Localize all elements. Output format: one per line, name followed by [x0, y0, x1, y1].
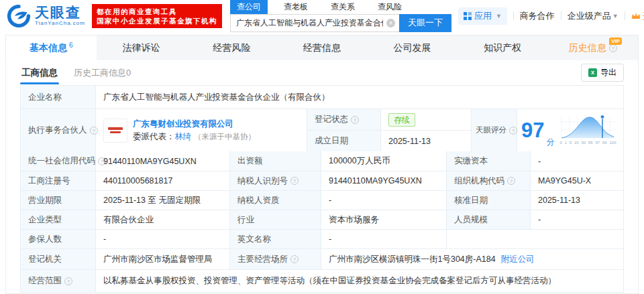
brand-domain: TianYanCha.com [35, 20, 85, 26]
info-icon[interactable]: ? [64, 277, 72, 285]
info-icon[interactable]: ? [351, 116, 359, 124]
field-label: 企业类型 [21, 210, 96, 229]
nearby-companies-link[interactable]: 附近公司 [501, 254, 535, 265]
field-label: 纳税人识别号? [230, 171, 321, 190]
search-tab-boss[interactable]: 查老板 [277, 0, 315, 14]
partner-status-score-row: 执行事务合伙人? 广东粤财创业投资有限公司 委派代表：林绮 （来源于中基协） 登… [21, 108, 623, 151]
contribution-value: 100000万人民币 [321, 151, 447, 171]
business-scope-value: 以私募基金从事股权投资、投资管理、资产管理等活动（须在中国证券投资基金业协会完成… [96, 270, 623, 292]
excel-icon: x [588, 68, 597, 77]
top-right-nav: 应用▼ 商务合作 企业级产品▼ 开通会员▼ 超级风...▼ [458, 7, 644, 25]
score-distribution-chart: 01 515 5085 9799 100 [559, 114, 616, 147]
info-icon[interactable]: ? [290, 177, 299, 185]
apps-grid-icon [464, 12, 472, 20]
reg-number-value: 440110005681817 [96, 171, 230, 190]
field-label: 主要经营场所? [230, 249, 321, 269]
score-unit: 分 [546, 137, 554, 148]
nav-enterprise-products[interactable]: 企业级产品▼ [568, 10, 619, 22]
field-label: 企业名称 [21, 86, 96, 108]
staff-size-value: - [531, 210, 623, 229]
field-label: 实缴资本 [447, 151, 531, 171]
search-tab-risk[interactable]: 查风险 [371, 0, 409, 14]
approval-date-value: 2025-11-13 [531, 191, 623, 210]
company-section-tabs: 基本信息6 法律诉讼 经营风险 经营信息 公司发展 知识产权 历史信息 VIP … [5, 35, 639, 60]
tianyan-score-cell[interactable]: 97 分 [517, 109, 623, 151]
vip-badge: VIP [609, 38, 622, 45]
chevron-down-icon: ▼ [496, 13, 502, 19]
chevron-down-icon: ▼ [612, 13, 619, 19]
company-type-value: 有限合伙企业 [96, 210, 230, 229]
field-label: 执行事务合伙人? [21, 109, 96, 151]
field-label: 登记机关 [21, 249, 96, 269]
score-chart-ticks: 01 515 5085 9799 100 [559, 141, 616, 145]
business-site-value: 广州市南沙区横沥镇明珠一街1号304房-A184 [329, 254, 496, 265]
info-icon[interactable]: ? [507, 177, 515, 185]
partner-logo [103, 119, 127, 143]
industry-value: 资本市场服务 [321, 210, 447, 229]
status-badge: 存续 [388, 113, 415, 127]
field-label: 参保人数 [21, 230, 96, 248]
field-label: 统一社会信用代码? [21, 151, 96, 171]
field-label: 人员规模 [447, 210, 531, 229]
subtab-history-registration-info[interactable]: 历史工商信息0 [74, 67, 131, 79]
tianyancha-eye-icon [7, 4, 31, 28]
executive-partner-cell: 广东粤财创业投资有限公司 委派代表：林绮 （来源于中基协） [96, 109, 307, 151]
field-label: 工商注册号 [21, 171, 96, 190]
info-icon[interactable]: ? [290, 255, 299, 263]
tianyancha-logo[interactable]: 天眼查 TianYanCha.com [7, 4, 85, 28]
registry-value: 广州市南沙区市场监督管理局 [96, 249, 230, 269]
field-label: 登记状态? [307, 109, 381, 130]
tab-legal-litigation[interactable]: 法律诉讼 [97, 35, 187, 60]
nav-business-cooperation[interactable]: 商务合作 [520, 10, 555, 22]
field-label: 行业 [230, 210, 321, 229]
search-tab-company[interactable]: 查公司 [230, 0, 268, 14]
subtab-row: 工商信息 历史工商信息0 x 导出 [20, 60, 624, 85]
info-icon[interactable]: ? [609, 44, 617, 52]
brand-name: 天眼查 [35, 5, 85, 20]
apps-menu[interactable]: 应用▼ [458, 7, 507, 25]
field-label: 成立日期 [307, 131, 381, 151]
field-label: 纳税人资质 [230, 191, 321, 210]
field-label: 营业期限 [21, 191, 96, 210]
company-name: 广东省人工智能与机器人产业投资基金合伙企业（有限合伙） [96, 86, 623, 108]
empty-cell [447, 230, 623, 248]
search-button[interactable]: 天眼一下 [399, 14, 451, 32]
tab-intellectual-property[interactable]: 知识产权 [458, 35, 548, 60]
tab-history-info[interactable]: 历史信息 VIP ? [547, 35, 638, 60]
search-tab-relation[interactable]: 查关系 [324, 0, 362, 14]
top-bar: 天眼查 TianYanCha.com 都在用的商业查询工具 国家中小企业发展子基… [0, 0, 644, 31]
establish-date: 2025-11-13 [381, 131, 471, 151]
paid-capital-value: - [531, 151, 623, 171]
english-name-value: - [321, 230, 447, 248]
field-label: 出资额 [230, 151, 321, 171]
business-term-value: 2025-11-13 至 无固定期限 [96, 191, 230, 210]
tab-operation-info[interactable]: 经营信息 [277, 35, 368, 60]
search-input[interactable] [230, 14, 399, 32]
representative-link[interactable]: 林绮 [175, 132, 192, 141]
brand-slogan-banner: 都在用的商业查询工具 国家中小企业发展子基金旗下机构 [92, 4, 222, 28]
crown-icon [631, 12, 641, 20]
field-label: 英文名称 [230, 230, 321, 248]
field-label: 经营范围? [21, 270, 96, 292]
taxpayer-quality-value: - [321, 191, 447, 210]
insured-count-value: - [96, 230, 230, 248]
partner-company-link[interactable]: 广东粤财创业投资有限公司 [133, 118, 256, 131]
tab-company-development[interactable]: 公司发展 [367, 35, 458, 60]
export-button[interactable]: x 导出 [581, 64, 624, 82]
org-code-value: MA9YG45U-X [531, 171, 623, 190]
field-label: 组织机构代码? [447, 171, 531, 190]
rep-label: 委派代表： [133, 132, 175, 141]
registration-table: 企业名称 广东省人工智能与机器人产业投资基金合伙企业（有限合伙） 执行事务合伙人… [20, 85, 624, 293]
rep-source: （来源于中基协） [194, 133, 256, 141]
business-info-card: 工商信息 历史工商信息0 x 导出 企业名称 广东省人工智能与机器人产业投资基金… [5, 60, 639, 294]
clear-search-icon[interactable]: × [386, 19, 395, 27]
tab-basic-info[interactable]: 基本信息6 [6, 35, 97, 60]
info-icon[interactable]: ? [509, 127, 517, 135]
tab-operation-risk[interactable]: 经营风险 [186, 35, 277, 60]
subtab-registration-info[interactable]: 工商信息 [20, 61, 59, 85]
credit-code-value: 91440110MA9YG45UXN [96, 151, 230, 171]
tab-count: 6 [69, 42, 73, 49]
nav-open-vip[interactable]: 开通会员▼ [631, 10, 644, 22]
score-value: 97 [521, 120, 544, 141]
search-block: 查公司 查老板 查关系 查风险 × 天眼一下 [230, 0, 451, 32]
